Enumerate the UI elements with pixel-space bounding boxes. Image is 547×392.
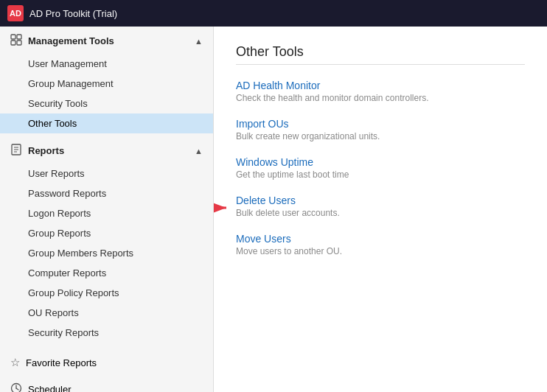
scheduler-label: Scheduler xyxy=(28,384,72,392)
sidebar-item-ou-reports[interactable]: OU Reports xyxy=(0,303,213,323)
delete-users-desc: Bulk delete user accounts. xyxy=(236,208,525,218)
sidebar-item-user-management[interactable]: User Management xyxy=(0,54,213,74)
sidebar-item-group-members-reports[interactable]: Group Members Reports xyxy=(0,243,213,263)
management-tools-icon xyxy=(10,34,22,48)
management-tools-items: User Management Group Management Securit… xyxy=(0,54,213,133)
windows-uptime-link[interactable]: Windows Uptime xyxy=(236,156,313,168)
svg-rect-1 xyxy=(17,35,21,39)
tool-ad-health-monitor: AD Health Monitor Check the health and m… xyxy=(236,80,525,103)
sidebar-item-favorite-reports[interactable]: ☆ Favorite Reports xyxy=(0,349,213,375)
section-management-tools[interactable]: Management Tools ▲ xyxy=(0,27,213,54)
delete-users-link[interactable]: Delete Users xyxy=(236,195,296,206)
tool-windows-uptime: Windows Uptime Get the uptime last boot … xyxy=(236,156,525,180)
reports-items: User Reports Password Reports Logon Repo… xyxy=(0,164,213,343)
tool-move-users: Move Users Move users to another OU. xyxy=(236,233,525,256)
ad-health-monitor-desc: Check the health and monitor domain cont… xyxy=(236,93,525,103)
sidebar-item-logon-reports[interactable]: Logon Reports xyxy=(0,203,213,223)
sidebar-item-group-reports[interactable]: Group Reports xyxy=(0,223,213,243)
arrow-delete-users xyxy=(214,197,232,218)
svg-rect-3 xyxy=(17,41,21,45)
windows-uptime-desc: Get the uptime last boot time xyxy=(236,169,525,180)
page-title: Other Tools xyxy=(236,44,525,60)
main-layout: Management Tools ▲ User Management Group… xyxy=(0,27,547,392)
ad-health-monitor-link[interactable]: AD Health Monitor xyxy=(236,80,320,91)
favorite-reports-label: Favorite Reports xyxy=(26,357,97,368)
move-users-link[interactable]: Move Users xyxy=(236,233,291,245)
titlebar: AD AD Pro Toolkit (Trial) xyxy=(0,0,547,27)
sidebar-item-scheduler[interactable]: Scheduler xyxy=(0,375,213,392)
sidebar-item-group-management[interactable]: Group Management xyxy=(0,74,213,94)
management-tools-chevron: ▲ xyxy=(195,37,203,46)
content-divider xyxy=(236,64,525,65)
sidebar-item-group-policy-reports[interactable]: Group Policy Reports xyxy=(0,283,213,303)
tool-import-ous: Import OUs Bulk create new organizationa… xyxy=(236,118,525,141)
favorite-reports-icon: ☆ xyxy=(10,356,20,369)
tool-delete-users: Delete Users Bulk delete user accounts. xyxy=(236,195,525,218)
sidebar-item-computer-reports[interactable]: Computer Reports xyxy=(0,263,213,283)
sidebar-item-other-tools[interactable]: Other Tools xyxy=(0,113,213,133)
scheduler-icon xyxy=(10,382,22,392)
svg-line-12 xyxy=(16,388,18,390)
svg-rect-0 xyxy=(11,35,15,39)
section-reports[interactable]: Reports ▲ xyxy=(0,136,213,164)
svg-rect-2 xyxy=(11,41,15,45)
app-icon: AD xyxy=(7,5,24,21)
sidebar-item-security-reports[interactable]: Security Reports xyxy=(0,323,213,343)
app-title: AD Pro Toolkit (Trial) xyxy=(29,8,117,19)
move-users-desc: Move users to another OU. xyxy=(236,246,525,256)
sidebar: Management Tools ▲ User Management Group… xyxy=(0,27,214,392)
content-area: Other Tools AD Health Monitor Check the … xyxy=(214,27,547,392)
sidebar-item-security-tools[interactable]: Security Tools xyxy=(0,94,213,113)
management-tools-label: Management Tools xyxy=(28,35,114,46)
import-ous-link[interactable]: Import OUs xyxy=(236,118,289,130)
reports-label: Reports xyxy=(28,145,64,156)
sidebar-item-user-reports[interactable]: User Reports xyxy=(0,164,213,183)
sidebar-item-password-reports[interactable]: Password Reports xyxy=(0,183,213,203)
reports-chevron: ▲ xyxy=(195,147,203,155)
reports-icon xyxy=(10,144,22,158)
other-tools-label: Other Tools xyxy=(28,118,77,129)
import-ous-desc: Bulk create new organizational units. xyxy=(236,131,525,141)
